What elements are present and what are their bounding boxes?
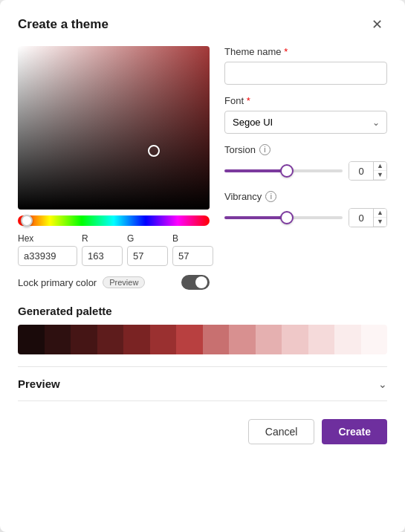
g-label: G (127, 233, 168, 244)
palette-swatch[interactable] (308, 325, 335, 354)
palette-swatch[interactable] (123, 325, 150, 354)
theme-name-required: * (284, 46, 288, 57)
torsion-value-input[interactable] (349, 162, 373, 180)
torsion-thumb (280, 164, 294, 178)
vibrancy-thumb (280, 211, 294, 224)
torsion-section: Torsion i ▲ ▼ (224, 144, 387, 181)
color-picker-area[interactable] (18, 46, 210, 210)
palette-swatch[interactable] (229, 325, 256, 354)
left-panel: Hex R G B Lock primary color Pre (18, 46, 210, 290)
palette-row (18, 325, 387, 354)
preview-header[interactable]: Preview ⌄ (18, 367, 387, 400)
torsion-info-icon: i (259, 144, 270, 155)
hue-slider[interactable] (18, 215, 210, 226)
hue-slider-wrap (18, 215, 210, 226)
r-label: R (82, 233, 123, 244)
b-label: B (172, 233, 213, 244)
font-select-wrap: Segoe UI Arial Calibri Verdana ⌄ (224, 111, 387, 134)
main-content: Hex R G B Lock primary color Pre (18, 46, 387, 290)
torsion-label: Torsion (224, 144, 256, 155)
color-gradient (18, 46, 210, 210)
theme-name-label: Theme name * (224, 46, 387, 57)
torsion-track[interactable] (224, 169, 343, 172)
preview-badge: Preview (103, 276, 145, 288)
hex-input[interactable] (18, 246, 77, 266)
vibrancy-slider-row: ▲ ▼ (224, 208, 387, 227)
palette-swatch[interactable] (176, 325, 203, 354)
palette-swatch[interactable] (334, 325, 361, 354)
hue-thumb (21, 215, 33, 227)
dialog-title: Create a theme (18, 17, 108, 32)
palette-title: Generated palette (18, 305, 387, 317)
palette-swatch[interactable] (97, 325, 124, 354)
generated-palette: Generated palette (18, 305, 387, 354)
right-panel: Theme name * Font * Segoe UI Arial Calib… (224, 46, 387, 290)
r-input[interactable] (82, 246, 123, 266)
torsion-up-button[interactable]: ▲ (374, 162, 386, 171)
torsion-label-row: Torsion i (224, 144, 387, 155)
palette-swatch[interactable] (203, 325, 230, 354)
hex-label: Hex (18, 233, 77, 244)
b-col: B (172, 233, 213, 266)
torsion-slider-row: ▲ ▼ (224, 161, 387, 181)
torsion-arrows: ▲ ▼ (373, 162, 386, 180)
hex-col: Hex (18, 233, 77, 266)
create-button[interactable]: Create (322, 419, 387, 444)
torsion-down-button[interactable]: ▼ (374, 171, 386, 180)
vibrancy-info-icon: i (265, 191, 276, 202)
g-input[interactable] (127, 246, 168, 266)
palette-swatch[interactable] (45, 325, 71, 354)
vibrancy-label: Vibrancy (224, 191, 262, 202)
vibrancy-track[interactable] (224, 216, 343, 219)
dialog-header: Create a theme ✕ (18, 15, 387, 34)
vibrancy-up-button[interactable]: ▲ (374, 209, 386, 218)
vibrancy-value-input[interactable] (349, 209, 373, 227)
create-theme-dialog: Create a theme ✕ Hex R (0, 0, 405, 532)
preview-section: Preview ⌄ (18, 366, 387, 401)
close-button[interactable]: ✕ (367, 15, 387, 34)
vibrancy-arrows: ▲ ▼ (373, 209, 386, 227)
vibrancy-spinner: ▲ ▼ (349, 208, 387, 227)
chevron-down-icon: ⌄ (378, 378, 387, 390)
palette-swatch[interactable] (361, 325, 388, 354)
dialog-footer: Cancel Create (18, 419, 387, 444)
toggle-knob (195, 276, 207, 288)
lock-toggle[interactable] (181, 275, 210, 290)
font-label: Font * (224, 95, 387, 106)
lock-label: Lock primary color (18, 277, 97, 288)
g-col: G (127, 233, 168, 266)
palette-swatch[interactable] (18, 325, 45, 354)
font-select[interactable]: Segoe UI Arial Calibri Verdana (224, 111, 387, 134)
lock-row: Lock primary color Preview (18, 275, 210, 290)
r-col: R (82, 233, 123, 266)
theme-name-input[interactable] (224, 62, 387, 85)
palette-swatch[interactable] (256, 325, 282, 354)
font-required: * (247, 95, 250, 106)
palette-swatch[interactable] (71, 325, 97, 354)
cancel-button[interactable]: Cancel (248, 419, 315, 444)
vibrancy-label-row: Vibrancy i (224, 191, 387, 202)
hex-rgb-row: Hex R G B (18, 233, 210, 266)
preview-section-title: Preview (18, 377, 60, 390)
palette-swatch[interactable] (282, 325, 308, 354)
palette-swatch[interactable] (150, 325, 177, 354)
torsion-spinner: ▲ ▼ (349, 161, 387, 181)
vibrancy-down-button[interactable]: ▼ (374, 218, 386, 227)
b-input[interactable] (172, 246, 213, 266)
vibrancy-section: Vibrancy i ▲ ▼ (224, 191, 387, 227)
